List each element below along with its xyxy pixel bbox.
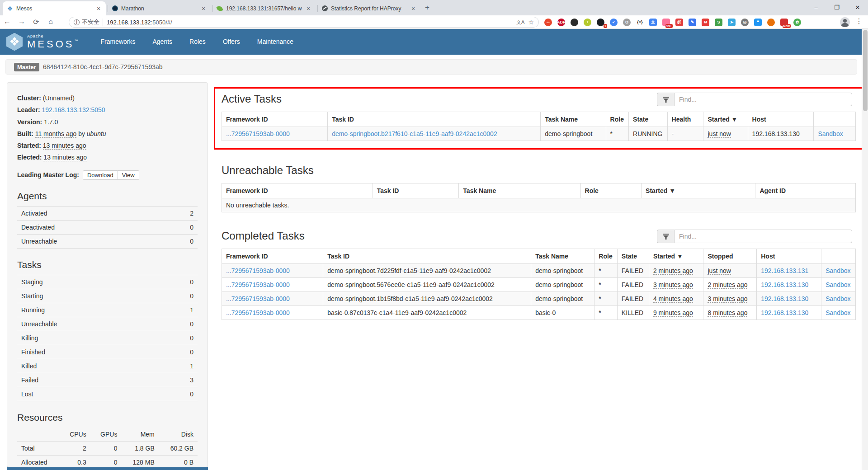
sidebar: Cluster: (Unnamed)Leader: 192.168.133.13…: [7, 82, 208, 467]
zhe-coupon-icon[interactable]: 折: [675, 19, 683, 26]
nav-item-frameworks[interactable]: Frameworks: [92, 29, 144, 55]
page-scrollbar[interactable]: [862, 29, 868, 470]
nav-item-maintenance[interactable]: Maintenance: [249, 29, 302, 55]
completed-tasks-find-input[interactable]: [674, 230, 852, 243]
browser-menu-icon[interactable]: ⋮: [855, 17, 863, 25]
home-icon[interactable]: ⌂: [43, 18, 58, 26]
column-header: [821, 249, 856, 264]
address-bar[interactable]: i 不安全 192.168.133.132:5050/#/ 文A ☆: [69, 17, 539, 28]
filter-funnel-icon[interactable]: [657, 230, 674, 243]
started-cell: just now: [703, 127, 748, 141]
blue-plane-icon[interactable]: ➤: [728, 19, 736, 26]
pink-99-icon[interactable]: 99+: [662, 19, 670, 26]
host-value[interactable]: 192.168.133.130: [761, 295, 808, 302]
filter-funnel-icon[interactable]: [657, 93, 674, 106]
column-header: Role: [606, 112, 628, 127]
back-icon[interactable]: ←: [0, 18, 14, 26]
onetab-icon[interactable]: O: [623, 19, 631, 26]
task-stat-row: Killed1: [17, 359, 198, 373]
sandbox-value[interactable]: Sandbox: [826, 309, 850, 316]
sandbox-value[interactable]: Sandbox: [826, 281, 850, 288]
tab-close-icon[interactable]: ×: [305, 5, 312, 12]
green-sphere-icon[interactable]: +: [584, 19, 591, 26]
translate-extension-icon[interactable]: 文: [649, 19, 657, 26]
resources-section-title: Resources: [17, 412, 198, 423]
green-wheel-icon[interactable]: ✿: [793, 19, 801, 26]
octocat-extension-icon[interactable]: 1: [597, 19, 604, 26]
blue-chat-icon[interactable]: ❝: [754, 19, 762, 26]
view-log-button[interactable]: View: [118, 170, 139, 180]
framework_id-value[interactable]: ...7295671593ab-0000: [226, 295, 290, 302]
blue-pen-icon[interactable]: ✎: [689, 19, 696, 26]
master-bar: Master 68464124-810c-4cc1-9d7c-729567159…: [5, 59, 857, 75]
column-header: Task Name: [531, 249, 594, 264]
adblock-plus-icon[interactable]: ABP: [557, 19, 565, 26]
agent-stat-value: 2: [190, 210, 193, 217]
info-icon[interactable]: i: [74, 19, 80, 25]
forward-icon[interactable]: →: [14, 18, 29, 26]
translate-icon[interactable]: 文A: [516, 19, 524, 26]
info-label: Started:: [17, 142, 41, 149]
framework_id-value[interactable]: ...7295671593ab-0000: [226, 309, 290, 316]
framework_id-value[interactable]: ...7295671593ab-0000: [226, 267, 290, 274]
browser-tab[interactable]: ❖Mesos×: [3, 1, 106, 15]
maximize-button[interactable]: ❐: [826, 0, 847, 15]
role-cell: *: [594, 306, 617, 320]
column-header: Framework ID: [222, 249, 323, 264]
task_name-value: basic-0: [535, 309, 556, 316]
active-tasks-find-input[interactable]: [674, 93, 852, 106]
task_id-cell: demo-springboot.7d225fdf-c1a5-11e9-aaf9-…: [323, 264, 531, 278]
download-log-button[interactable]: Download: [83, 170, 118, 180]
red-mail-icon[interactable]: ✉: [702, 19, 709, 26]
host-value[interactable]: 192.168.133.130: [761, 281, 808, 288]
nav-item-offers[interactable]: Offers: [214, 29, 249, 55]
sandbox-value[interactable]: Sandbox: [818, 130, 843, 137]
task_id-value[interactable]: demo-springboot.b217f610-c1a5-11e9-aaf9-…: [332, 130, 497, 137]
scrollbar-thumb[interactable]: [863, 30, 868, 111]
framework_id-value[interactable]: ...7295671593ab-0000: [226, 281, 290, 288]
stopped-value: 8 minutes ago: [708, 309, 747, 317]
reload-icon[interactable]: ⟳: [29, 18, 43, 26]
framework_id-value[interactable]: ...7295671593ab-0000: [226, 130, 290, 137]
state-cell: KILLED: [617, 306, 649, 320]
minimize-button[interactable]: –: [806, 0, 826, 15]
browser-tab[interactable]: Statistics Report for HAProxy×: [317, 1, 420, 15]
tasks-section-title: Tasks: [17, 259, 198, 270]
new-tab-button[interactable]: +: [425, 3, 429, 12]
table-header-row: Framework IDTask IDTask NameRoleStarted …: [222, 183, 856, 198]
infinity-extension-icon[interactable]: ∞: [544, 19, 552, 26]
table-header-row: Framework IDTask IDTask NameRoleStateHea…: [222, 112, 856, 127]
info-value[interactable]: 192.168.133.132:5050: [42, 106, 105, 113]
close-button[interactable]: ✕: [847, 0, 868, 15]
browser-tab[interactable]: 192.168.133.131:31657/hello w×: [212, 1, 316, 15]
sandbox-value[interactable]: Sandbox: [826, 295, 850, 302]
tab-close-icon[interactable]: ×: [410, 5, 417, 12]
bottom-blue-strip: [7, 467, 208, 470]
mesos-brand[interactable]: Apache MESOS™: [6, 33, 80, 51]
green-s-icon[interactable]: S: [715, 19, 722, 26]
host-value[interactable]: 192.168.133.131: [761, 267, 808, 274]
braces-icon[interactable]: {≡}: [636, 19, 644, 26]
started-cell: 3 minutes ago: [649, 278, 703, 292]
profile-avatar[interactable]: [840, 17, 850, 27]
browser-tab[interactable]: Marathon×: [108, 1, 211, 15]
orange-circle-icon[interactable]: [767, 19, 775, 26]
tab-close-icon[interactable]: ×: [95, 5, 102, 12]
task-stat-label: Failed: [21, 376, 38, 384]
task-stat-row: Unreachable0: [17, 317, 198, 331]
gray-ring-icon[interactable]: ◎: [741, 19, 749, 26]
sandbox-value[interactable]: Sandbox: [826, 267, 850, 274]
check-extension-icon[interactable]: ✓: [610, 19, 618, 26]
completed-tasks-table: Framework IDTask IDTask NameRoleStateSta…: [222, 249, 856, 320]
nav-item-agents[interactable]: Agents: [144, 29, 181, 55]
resources-table: CPUsGPUsMemDisk Total201.8 GB60.2 GBAllo…: [17, 428, 198, 470]
red-new-icon[interactable]: New: [780, 19, 788, 26]
host-value[interactable]: 192.168.133.130: [761, 309, 808, 316]
info-value: 11 months ago: [35, 130, 77, 138]
tab-close-icon[interactable]: ×: [200, 5, 207, 12]
cat-extension-icon[interactable]: [571, 19, 578, 26]
bookmark-star-icon[interactable]: ☆: [528, 19, 534, 26]
active-tasks-annotation-box: Active Tasks Framework IDTask IDTask Nam…: [214, 87, 863, 150]
task_name-cell: demo-springboot: [531, 264, 594, 278]
nav-item-roles[interactable]: Roles: [181, 29, 214, 55]
